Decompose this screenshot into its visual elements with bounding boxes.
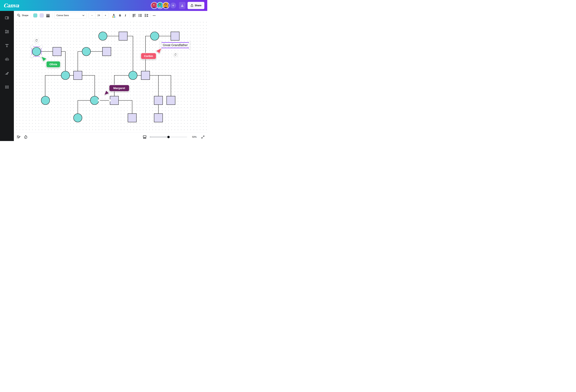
rotate-handle-circle[interactable]	[34, 38, 39, 43]
family-square[interactable]	[128, 113, 136, 122]
text-handle-middle-right[interactable]	[189, 44, 191, 47]
bar-chart-icon	[181, 4, 184, 7]
family-square[interactable]	[141, 71, 150, 80]
connector-line[interactable]	[118, 100, 132, 114]
shape-icon	[17, 14, 21, 17]
connection-handle[interactable]	[98, 99, 100, 101]
family-square[interactable]	[119, 32, 127, 40]
collaborator-name: Corbin	[144, 55, 153, 58]
sidebar-item-apps[interactable]	[5, 85, 9, 89]
family-circle[interactable]	[90, 96, 99, 105]
text-icon	[5, 44, 9, 47]
format-toolbar: Shape Canva Sans − 24 +	[14, 11, 207, 20]
elements-icon	[5, 30, 9, 33]
more-options-button[interactable]: •••	[151, 14, 158, 17]
draw-pen-icon	[5, 72, 9, 75]
sidebar-item-draw[interactable]	[5, 71, 9, 75]
shape-type-button[interactable]: Shape	[17, 14, 28, 17]
connector-line[interactable]	[45, 75, 61, 96]
zoom-slider[interactable]	[150, 136, 187, 138]
family-circle[interactable]	[99, 32, 107, 40]
resize-handle-top-left[interactable]	[30, 45, 33, 48]
italic-button[interactable]: I	[123, 14, 128, 17]
sidebar-item-uploads[interactable]	[5, 57, 9, 61]
textbox-text[interactable]: Great Grandfather	[163, 43, 188, 47]
collaborator-name: Margaret	[113, 86, 125, 90]
bold-button[interactable]: B	[117, 14, 123, 17]
fullscreen-button[interactable]	[201, 135, 205, 139]
family-circle[interactable]	[150, 32, 159, 40]
line-spacing-button[interactable]	[143, 14, 149, 17]
connection-handle[interactable]	[109, 99, 111, 101]
rotate-handle-textbox[interactable]	[173, 52, 178, 57]
share-button[interactable]: Share	[188, 2, 204, 9]
family-square[interactable]	[154, 96, 163, 105]
pages-grid-icon	[143, 135, 146, 139]
square-fill-swatch[interactable]	[40, 13, 44, 17]
connector-line[interactable]	[127, 36, 133, 71]
avatar-photo-2	[157, 2, 162, 8]
sidebar-item-elements[interactable]	[5, 30, 9, 33]
design-canvas[interactable]: Great Grandfather Olivia Mar	[14, 20, 207, 133]
toolbar-divider	[31, 13, 31, 18]
text-align-button[interactable]	[131, 14, 137, 17]
resize-handle-bottom-left[interactable]	[30, 55, 33, 58]
cloud-upload-icon	[5, 58, 9, 61]
list-icon	[139, 14, 142, 17]
family-circle[interactable]	[41, 96, 50, 105]
circle-fill-swatch[interactable]	[33, 13, 37, 17]
insights-button[interactable]	[179, 2, 185, 9]
family-circle[interactable]	[74, 113, 82, 122]
connector-line[interactable]	[150, 75, 171, 96]
avatar-photo-3	[163, 2, 168, 8]
timer-button[interactable]	[24, 135, 28, 139]
family-square[interactable]	[110, 96, 118, 105]
family-circle[interactable]	[129, 71, 137, 80]
font-size-decrease[interactable]: −	[89, 12, 95, 19]
connector-line[interactable]	[78, 52, 82, 71]
text-handle-middle-left[interactable]	[160, 44, 161, 47]
collaborator-name: Olivia	[49, 63, 57, 66]
share-label: Share	[195, 4, 202, 7]
add-collaborator-button[interactable]: +	[170, 2, 176, 8]
sidebar-item-text[interactable]	[5, 44, 9, 47]
family-square[interactable]	[171, 32, 179, 40]
family-square[interactable]	[102, 47, 111, 56]
resize-handle-top-right[interactable]	[40, 45, 43, 48]
grid-view-button[interactable]	[143, 135, 146, 139]
canva-editor: Canva	[0, 0, 207, 141]
rainbow-underline	[112, 17, 115, 17]
text-color-letter: A	[113, 14, 115, 16]
bullet-list-button[interactable]	[137, 14, 143, 17]
font-family-select[interactable]: Canva Sans	[55, 12, 86, 19]
border-weight-icon[interactable]	[46, 14, 50, 17]
connector-line[interactable]	[78, 100, 90, 113]
text-color-button[interactable]: A	[112, 14, 116, 17]
family-square[interactable]	[53, 47, 61, 56]
zoom-slider-thumb[interactable]	[167, 136, 170, 138]
family-square[interactable]	[74, 71, 82, 80]
family-square[interactable]	[167, 96, 175, 105]
family-circle[interactable]	[61, 71, 70, 80]
zoom-percentage[interactable]: 50%	[192, 136, 197, 138]
notes-icon	[17, 135, 21, 139]
object-panel-rail	[0, 11, 14, 141]
canva-logo[interactable]: Canva	[3, 2, 19, 8]
font-size-increase[interactable]: +	[102, 12, 109, 19]
avatar-photo-1	[151, 2, 157, 8]
text-element-great-grandfather[interactable]: Great Grandfather	[161, 42, 190, 48]
chevron-down-icon	[82, 15, 85, 16]
notes-button[interactable]	[17, 135, 21, 139]
shape-label: Shape	[22, 14, 28, 17]
collaborator-avatar-3[interactable]	[163, 2, 170, 9]
font-size-value[interactable]: 24	[95, 12, 102, 19]
sidebar-item-design[interactable]	[5, 16, 9, 20]
selection-frame[interactable]	[32, 47, 41, 56]
stopwatch-icon	[24, 135, 28, 139]
spacing-icon	[144, 14, 148, 17]
collaborator-label-corbin: Corbin	[141, 53, 156, 59]
family-square[interactable]	[154, 113, 163, 122]
family-circle[interactable]	[82, 47, 90, 56]
connector-line[interactable]	[82, 75, 95, 96]
connector-line[interactable]	[61, 52, 65, 71]
